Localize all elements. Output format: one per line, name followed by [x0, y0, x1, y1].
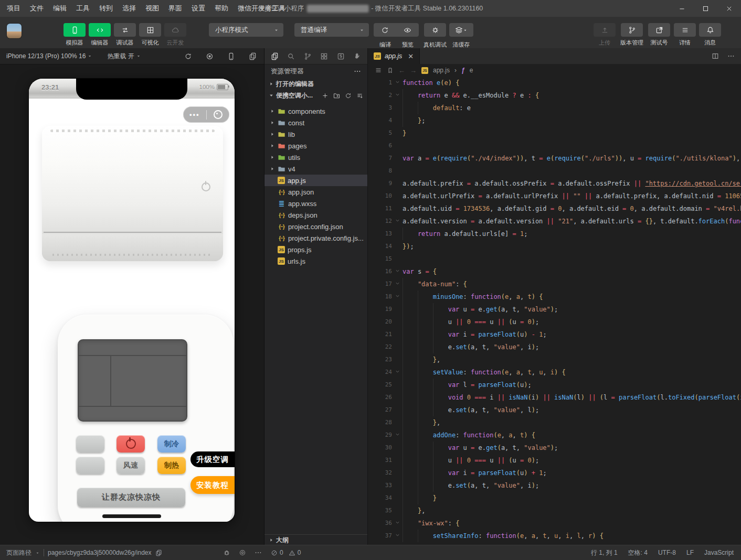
remote-blank-button[interactable]	[76, 435, 104, 453]
fold-chevron-icon[interactable]	[392, 89, 403, 102]
tree-folder-v4[interactable]: v4	[264, 163, 367, 175]
version-manage-button[interactable]	[621, 23, 643, 37]
tree-file-app-wxss[interactable]: ≣app.wxss	[264, 198, 367, 209]
split-editor-icon[interactable]	[712, 52, 719, 60]
snippets-icon[interactable]	[337, 52, 345, 60]
indentation[interactable]: 空格: 4	[628, 548, 648, 557]
compile-label[interactable]: 编译	[376, 41, 394, 49]
remote-cool-button[interactable]: 制冷	[157, 435, 186, 453]
fold-chevron-icon[interactable]	[392, 290, 403, 303]
source-control-icon[interactable]	[304, 52, 312, 60]
hot-reload-toggle[interactable]: 热重载 开	[107, 52, 141, 61]
tree-file-project-config-json[interactable]: {··}project.config.json	[264, 221, 367, 232]
tree-folder-utils[interactable]: utils	[264, 152, 367, 163]
encoding[interactable]: UTF-8	[658, 549, 676, 556]
tree-folder-components[interactable]: components	[264, 105, 367, 117]
remote-blank-button[interactable]	[76, 457, 104, 474]
bug-icon[interactable]	[223, 549, 230, 556]
compile-mode-select[interactable]: 普通编译	[294, 23, 369, 37]
fold-chevron-icon[interactable]	[392, 77, 403, 89]
exit-mini-program-icon[interactable]	[207, 110, 230, 119]
watch-icon[interactable]	[239, 549, 246, 556]
tree-folder-lib[interactable]: lib	[264, 128, 367, 140]
menu-item-7[interactable]: 界面	[164, 4, 187, 13]
remote-power-button[interactable]	[117, 435, 145, 453]
copy-icon[interactable]	[155, 550, 162, 556]
new-folder-icon[interactable]	[333, 92, 340, 99]
new-file-icon[interactable]	[322, 92, 329, 99]
tree-folder-pages[interactable]: pages	[264, 140, 367, 152]
problems-indicator[interactable]: 0 0	[271, 545, 301, 560]
fold-chevron-icon[interactable]	[392, 429, 403, 441]
nav-forward-icon[interactable]: →	[410, 67, 417, 74]
rotate-device-icon[interactable]	[184, 52, 192, 60]
compile-button[interactable]	[374, 23, 396, 37]
tab-app-js[interactable]: JS app.js ✕	[368, 48, 420, 64]
tree-file-app-json[interactable]: {··}app.json	[264, 186, 367, 198]
device-selector[interactable]: iPhone 12/13 (Pro) 100% 16	[6, 52, 92, 60]
visualizer-button[interactable]	[139, 23, 161, 37]
tree-folder-const[interactable]: const	[264, 117, 367, 128]
menu-item-1[interactable]: 文件	[25, 4, 48, 13]
details-button[interactable]	[674, 23, 696, 37]
tree-file-project-private-config-js-[interactable]: {··}project.private.config.js...	[264, 232, 367, 244]
install-tutorial-button[interactable]: 安装教程	[190, 476, 235, 494]
maximize-button[interactable]	[694, 0, 717, 17]
remote-heat-button[interactable]: 制热	[157, 457, 186, 474]
device-debug-label[interactable]: 真机调试	[422, 41, 448, 49]
tree-file-urls-js[interactable]: JSurls.js	[264, 255, 367, 267]
multi-window-icon[interactable]	[249, 52, 257, 60]
more-icon[interactable]	[354, 68, 361, 75]
menu-item-9[interactable]: 帮助	[210, 4, 233, 13]
upgrade-ac-button[interactable]: 升级空调	[190, 451, 235, 467]
clear-cache-label[interactable]: 清缓存	[451, 41, 472, 49]
tree-file-app-js[interactable]: JSapp.js	[264, 175, 367, 186]
minimize-button[interactable]	[670, 0, 694, 17]
page-path-label[interactable]: 页面路径	[6, 548, 31, 557]
fold-chevron-icon[interactable]	[392, 530, 403, 542]
bookmark-icon[interactable]	[387, 67, 394, 74]
extensions-icon[interactable]	[320, 52, 328, 60]
remote-share-button[interactable]: 让群友凉快凉快	[77, 488, 185, 507]
code-editor[interactable]: 1function e(e) {2return e && e.__esModul…	[368, 77, 741, 545]
tree-file-deps-json[interactable]: {··}deps.json	[264, 209, 367, 221]
more-actions-icon[interactable]	[727, 52, 735, 60]
menu-item-3[interactable]: 工具	[71, 4, 94, 13]
search-icon[interactable]	[287, 52, 295, 60]
open-editors-section[interactable]: 打开的编辑器	[264, 78, 367, 90]
refresh-explorer-icon[interactable]	[345, 92, 352, 99]
project-root-section[interactable]: 便携空调小...	[264, 90, 367, 101]
eol[interactable]: LF	[686, 549, 694, 556]
breadcrumb-symbol[interactable]: e	[470, 67, 473, 74]
outline-menu-icon[interactable]	[375, 67, 382, 74]
language[interactable]: JavaScript	[704, 549, 734, 556]
menu-item-0[interactable]: 项目	[2, 4, 25, 13]
messages-label[interactable]: 消息	[693, 39, 727, 47]
fold-chevron-icon[interactable]	[392, 265, 403, 278]
fold-chevron-icon[interactable]	[392, 366, 403, 379]
editor-button[interactable]	[89, 23, 111, 37]
close-button[interactable]	[717, 0, 741, 17]
fold-chevron-icon[interactable]	[392, 517, 403, 530]
preview-button[interactable]	[396, 23, 419, 37]
menu-item-6[interactable]: 视图	[141, 4, 164, 13]
fold-chevron-icon[interactable]	[392, 215, 403, 228]
breadcrumb-file[interactable]: app.js	[433, 67, 450, 74]
menu-item-8[interactable]: 设置	[187, 4, 210, 13]
preview-label[interactable]: 预览	[399, 41, 417, 49]
cursor-position[interactable]: 行 1, 列 1	[591, 548, 618, 557]
menu-item-2[interactable]: 编辑	[48, 4, 71, 13]
remote-fan-button[interactable]: 风速	[117, 457, 145, 474]
menu-item-5[interactable]: 选择	[118, 4, 141, 13]
device-debug-button[interactable]	[424, 23, 446, 37]
messages-button[interactable]	[699, 23, 721, 37]
fold-chevron-icon[interactable]	[392, 278, 403, 290]
record-icon[interactable]	[206, 52, 214, 60]
page-path-value[interactable]: pages/cbygz9da3j50000dw26g/index	[48, 549, 152, 556]
simulator-button[interactable]	[63, 23, 86, 37]
mode-select[interactable]: 小程序模式	[209, 23, 283, 37]
files-icon[interactable]	[271, 52, 279, 60]
tree-file-props-js[interactable]: JSprops.js	[264, 244, 367, 255]
avatar[interactable]	[7, 24, 22, 38]
nav-back-icon[interactable]: ←	[398, 67, 405, 74]
